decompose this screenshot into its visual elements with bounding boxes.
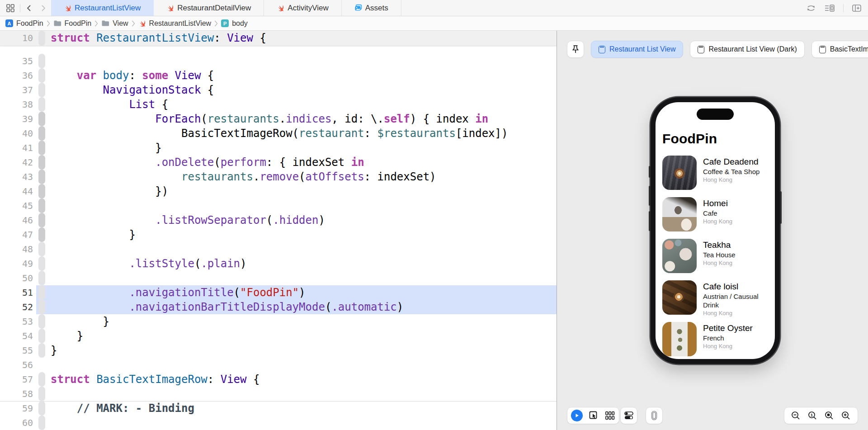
breadcrumb-item-body[interactable]: Pbody <box>221 19 248 28</box>
fold-ribbon[interactable] <box>36 372 51 387</box>
line-number[interactable]: 42 <box>0 155 36 170</box>
code-line-43[interactable]: 43 restaurants.remove(atOffsets: indexSe… <box>0 170 557 184</box>
fold-ribbon[interactable] <box>36 329 51 343</box>
fold-ribbon[interactable] <box>36 242 51 256</box>
breadcrumb-item-FoodPin[interactable]: AFoodPin <box>5 19 43 28</box>
fold-ribbon[interactable] <box>36 97 51 112</box>
restaurant-row-Teakha[interactable]: TeakhaTea HouseHong Kong <box>662 239 770 273</box>
fold-ribbon[interactable] <box>36 358 51 372</box>
variants-mode-button[interactable] <box>604 411 615 421</box>
line-number[interactable]: 50 <box>0 271 36 285</box>
line-number[interactable]: 54 <box>0 329 36 343</box>
fold-ribbon[interactable] <box>36 170 51 184</box>
fold-ribbon[interactable] <box>36 271 51 285</box>
tab-RestaurantListView[interactable]: RestaurantListView <box>51 0 154 16</box>
fold-ribbon[interactable] <box>36 416 51 430</box>
line-number[interactable]: 57 <box>0 372 36 387</box>
code-line-57[interactable]: 57struct BasicTextImageRow: View { <box>0 372 557 387</box>
line-number[interactable]: 44 <box>0 184 36 198</box>
fold-ribbon[interactable] <box>36 343 51 358</box>
restaurant-row-Petite Oyster[interactable]: Petite OysterFrenchHong Kong <box>662 322 770 356</box>
code-line-38[interactable]: 38 List { <box>0 97 557 112</box>
line-number[interactable]: 37 <box>0 83 36 97</box>
line-number[interactable]: 38 <box>0 97 36 112</box>
code-line-46[interactable]: 46 .listRowSeparator(.hidden) <box>0 213 557 227</box>
device-button[interactable] <box>649 410 659 421</box>
preview-tab-Restaurant List View[interactable]: Restaurant List View <box>591 41 683 58</box>
zoom-out-button[interactable] <box>788 411 804 421</box>
fold-ribbon[interactable] <box>36 184 51 198</box>
breadcrumb-item-View[interactable]: View <box>101 19 128 28</box>
line-number[interactable]: 10 <box>0 31 36 46</box>
fold-ribbon[interactable] <box>36 83 51 97</box>
line-number[interactable]: 58 <box>0 387 36 401</box>
code-line-50[interactable]: 50 <box>0 271 557 285</box>
line-number[interactable]: 59 <box>0 401 36 416</box>
restaurant-row-Cafe loisl[interactable]: Cafe loislAustrian / Causual DrinkHong K… <box>662 280 770 315</box>
line-number[interactable]: 41 <box>0 141 36 155</box>
fold-ribbon[interactable] <box>36 68 51 83</box>
code-line-54[interactable]: 54 } <box>0 329 557 343</box>
fold-ribbon[interactable] <box>36 198 51 213</box>
line-number[interactable]: 56 <box>0 358 36 372</box>
line-number[interactable]: 60 <box>0 416 36 430</box>
line-number[interactable]: 49 <box>0 256 36 271</box>
fold-ribbon[interactable] <box>36 31 51 46</box>
code-line-48[interactable]: 48 <box>0 242 557 256</box>
fold-ribbon[interactable] <box>36 285 51 300</box>
swap-arrows-icon[interactable] <box>806 4 816 13</box>
code-line-49[interactable]: 49 .listStyle(.plain) <box>0 256 557 271</box>
tab-ActivityView[interactable]: ActivityView <box>264 0 341 16</box>
line-number[interactable]: 45 <box>0 198 36 213</box>
fold-ribbon[interactable] <box>36 256 51 271</box>
sticky-scope-header[interactable]: 10struct RestaurantListView: View { <box>0 31 557 46</box>
device-settings-button[interactable] <box>623 411 634 421</box>
line-number[interactable]: 53 <box>0 314 36 329</box>
line-number[interactable]: 48 <box>0 242 36 256</box>
code-line-41[interactable]: 41 } <box>0 141 557 155</box>
code-line-53[interactable]: 53 } <box>0 314 557 329</box>
preview-tab-BasicTextImageRo[interactable]: BasicTextImageRo <box>811 41 868 58</box>
code-line-40[interactable]: 40 BasicTextImageRow(restaurant: $restau… <box>0 126 557 141</box>
code-line-51[interactable]: 51 .navigationTitle("FoodPin") <box>0 285 557 300</box>
zoom-fit-button[interactable] <box>821 411 837 421</box>
line-number[interactable]: 47 <box>0 227 36 242</box>
forward-button[interactable] <box>38 4 47 13</box>
fold-ribbon[interactable] <box>36 300 51 314</box>
fold-ribbon[interactable] <box>36 387 51 401</box>
fold-ribbon[interactable] <box>36 112 51 126</box>
line-number[interactable]: 36 <box>0 68 36 83</box>
code-line-45[interactable]: 45 <box>0 198 557 213</box>
line-number[interactable]: 52 <box>0 300 36 314</box>
code-line-59[interactable]: 59 // MARK: - Binding <box>0 401 557 416</box>
code-line-47[interactable]: 47 } <box>0 227 557 242</box>
tab-Assets[interactable]: Assets <box>342 0 401 16</box>
pin-preview-button[interactable] <box>567 41 584 58</box>
fold-ribbon[interactable] <box>36 141 51 155</box>
fold-ribbon[interactable] <box>36 126 51 141</box>
editor-options-icon[interactable] <box>824 4 835 13</box>
fold-ribbon[interactable] <box>36 54 51 68</box>
code-line-55[interactable]: 55} <box>0 343 557 358</box>
restaurant-row-Homei[interactable]: HomeiCafeHong Kong <box>662 197 770 232</box>
line-number[interactable]: 55 <box>0 343 36 358</box>
selectable-mode-button[interactable] <box>588 410 599 421</box>
zoom-100-button[interactable]: 1 <box>805 411 821 421</box>
fold-ribbon[interactable] <box>36 155 51 170</box>
line-number[interactable]: 35 <box>0 54 36 68</box>
code-line-44[interactable]: 44 }) <box>0 184 557 198</box>
tab-RestaurantDetailView[interactable]: RestaurantDetailView <box>154 0 264 16</box>
add-editor-icon[interactable] <box>852 4 862 13</box>
fold-ribbon[interactable] <box>36 314 51 329</box>
code-line-56[interactable]: 56 <box>0 358 557 372</box>
code-line-35[interactable]: 35 <box>0 54 557 68</box>
line-number[interactable]: 51 <box>0 285 36 300</box>
breadcrumb-item-RestaurantListView[interactable]: RestaurantListView <box>138 19 212 28</box>
line-number[interactable]: 43 <box>0 170 36 184</box>
fold-ribbon[interactable] <box>36 213 51 227</box>
live-preview-play-button[interactable] <box>571 410 583 421</box>
code-line-58[interactable]: 58 <box>0 387 557 401</box>
code-line-10[interactable]: 10struct RestaurantListView: View { <box>0 31 557 46</box>
line-number[interactable]: 39 <box>0 112 36 126</box>
back-button[interactable] <box>25 4 34 13</box>
